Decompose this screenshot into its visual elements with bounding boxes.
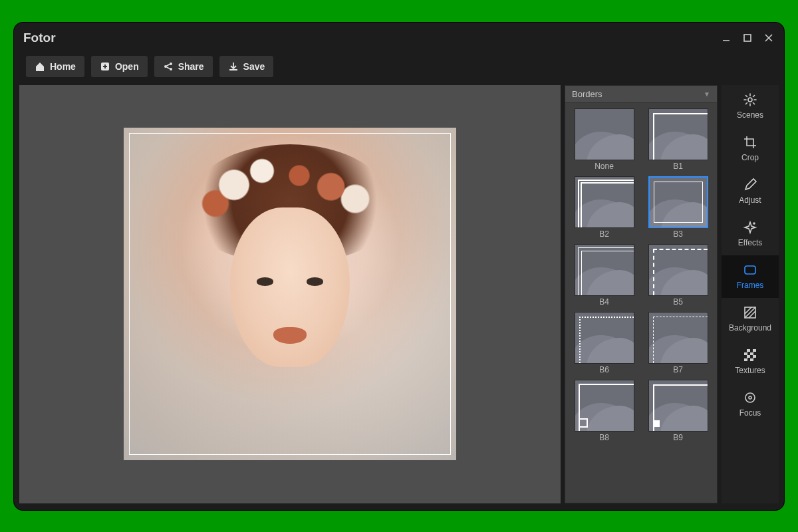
home-icon: [35, 61, 45, 72]
border-label: B5: [673, 297, 683, 307]
border-label: B3: [673, 229, 683, 239]
svg-line-11: [166, 67, 170, 69]
canvas-area[interactable]: [19, 85, 561, 503]
svg-point-28: [745, 393, 755, 402]
panel-header[interactable]: Borders ▼: [565, 86, 717, 103]
rail-scenes[interactable]: Scenes: [722, 85, 779, 128]
close-button[interactable]: [763, 32, 775, 44]
rail-label: Effects: [738, 238, 762, 247]
app-window: Fotor Home Open: [13, 22, 785, 511]
rail-frames[interactable]: Frames: [722, 255, 779, 298]
download-icon: [228, 61, 239, 72]
focus-icon: [743, 390, 757, 405]
share-icon: [163, 61, 174, 72]
border-option-b6[interactable]: B6: [571, 312, 638, 374]
rail-label: Adjust: [739, 196, 761, 205]
svg-line-19: [753, 103, 755, 104]
border-option-b7[interactable]: B7: [644, 312, 712, 374]
scenes-icon: [743, 92, 757, 107]
border-option-b5[interactable]: B5: [644, 244, 712, 307]
save-label: Save: [243, 61, 265, 72]
border-label: B8: [599, 433, 609, 442]
svg-line-21: [746, 103, 747, 104]
svg-point-9: [170, 68, 172, 70]
svg-line-18: [746, 96, 747, 97]
border-option-b4[interactable]: B4: [571, 244, 638, 307]
frame-icon: [743, 263, 757, 277]
border-option-b9[interactable]: B9: [644, 380, 712, 442]
svg-point-22: [753, 223, 755, 224]
border-option-b1[interactable]: B1: [644, 108, 712, 171]
pencil-icon: [743, 178, 757, 192]
svg-line-10: [166, 64, 170, 66]
rail-label: Background: [729, 323, 771, 332]
svg-rect-23: [745, 266, 755, 274]
home-button[interactable]: Home: [26, 56, 84, 77]
svg-line-20: [753, 96, 755, 97]
toolbar: Home Open Share Save: [14, 53, 784, 85]
rail-textures[interactable]: Textures: [722, 340, 779, 383]
rail-crop[interactable]: Crop: [722, 128, 779, 170]
rail-adjust[interactable]: Adjust: [722, 170, 779, 213]
share-label: Share: [178, 61, 204, 72]
crop-icon: [743, 135, 757, 150]
rail-effects[interactable]: Effects: [722, 213, 779, 255]
share-button[interactable]: Share: [154, 56, 213, 77]
border-option-b8[interactable]: B8: [571, 380, 638, 442]
titlebar: Fotor: [14, 23, 784, 53]
plus-file-icon: [100, 61, 110, 72]
rail-label: Scenes: [737, 110, 763, 120]
border-label: None: [595, 162, 614, 171]
save-button[interactable]: Save: [219, 56, 274, 77]
border-option-b2[interactable]: B2: [571, 176, 638, 239]
rail-label: Focus: [739, 408, 761, 418]
border-option-b3[interactable]: B3: [644, 176, 712, 239]
svg-rect-6: [103, 66, 107, 67]
minimize-button[interactable]: [720, 32, 732, 44]
border-option-none[interactable]: None: [571, 108, 638, 171]
svg-point-29: [749, 396, 751, 399]
panel-title: Borders: [572, 89, 602, 99]
svg-point-13: [748, 98, 752, 102]
collapse-icon: ▼: [704, 90, 710, 98]
open-button[interactable]: Open: [91, 56, 148, 77]
border-label: B9: [673, 433, 683, 442]
textures-icon: [743, 348, 757, 362]
svg-rect-12: [229, 69, 237, 70]
borders-grid[interactable]: None B1 B2 B3 B4: [565, 103, 717, 503]
open-label: Open: [115, 61, 139, 72]
border-label: B1: [673, 162, 683, 171]
sparkle-icon: [743, 220, 757, 235]
rail-focus[interactable]: Focus: [722, 383, 779, 426]
rail-label: Crop: [741, 153, 759, 162]
workspace: Borders ▼ None B1 B2 B3: [14, 85, 784, 510]
svg-rect-1: [744, 35, 751, 41]
svg-point-8: [170, 63, 172, 65]
border-label: B7: [673, 365, 683, 374]
background-icon: [743, 305, 757, 320]
photo-preview: [124, 128, 456, 460]
borders-panel: Borders ▼ None B1 B2 B3: [565, 85, 718, 503]
maximize-button[interactable]: [741, 32, 753, 44]
window-controls: [720, 32, 775, 44]
border-label: B6: [599, 365, 609, 374]
rail-background[interactable]: Background: [722, 298, 779, 340]
rail-label: Textures: [735, 366, 765, 375]
border-label: B4: [599, 297, 609, 307]
home-label: Home: [50, 61, 76, 72]
rail-label: Frames: [737, 281, 764, 290]
border-label: B2: [599, 229, 609, 239]
app-title: Fotor: [23, 31, 56, 45]
tool-rail: Scenes Crop Adjust Effects: [722, 85, 779, 503]
